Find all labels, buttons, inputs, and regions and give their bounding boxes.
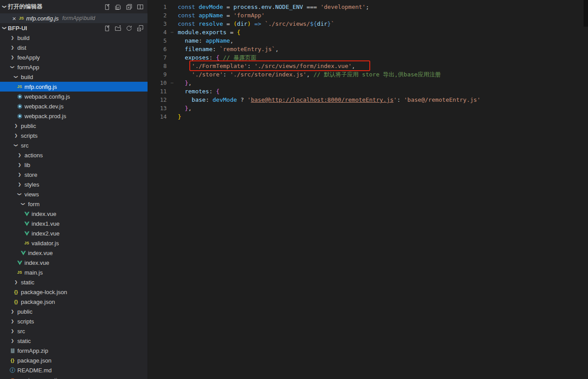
tree-item-styles[interactable]: ❯styles: [0, 180, 148, 189]
code-editor[interactable]: 1const devMode = process.env.NODE_ENV ==…: [148, 0, 588, 379]
chevron-right-icon[interactable]: ❯: [11, 319, 14, 323]
tree-item-lib[interactable]: ❯lib: [0, 160, 148, 170]
tree-item-public[interactable]: ❯public: [0, 121, 148, 131]
chevron-right-icon[interactable]: ❯: [14, 133, 18, 138]
chevron-down-icon[interactable]: ❯: [14, 144, 18, 147]
tree-item-mfp-config-js[interactable]: JSmfp.config.js: [0, 82, 148, 92]
tree-item-actions[interactable]: ❯actions: [0, 150, 148, 160]
tree-item-index-vue[interactable]: index.vue: [0, 209, 148, 219]
tree-item-index-vue[interactable]: index.vue: [0, 248, 148, 258]
tree-item-version-properties[interactable]: ≡version.properties: [0, 375, 148, 379]
line-number[interactable]: 11: [148, 87, 167, 96]
tree-item-webpack-prod-js[interactable]: webpack.prod.js: [0, 111, 148, 121]
new-untitled-file-icon[interactable]: [103, 3, 111, 11]
tree-item-package-json[interactable]: {}package.json: [0, 297, 148, 307]
code-line-13[interactable]: 13 },: [148, 104, 588, 112]
line-number[interactable]: 1: [148, 3, 167, 11]
collapse-folders-icon[interactable]: [136, 24, 144, 32]
chevron-right-icon[interactable]: ❯: [11, 36, 14, 40]
code-line-9[interactable]: 9 './store': './src/store/index.js', // …: [148, 70, 588, 79]
tree-item-form[interactable]: ❯form: [0, 199, 148, 209]
refresh-explorer-icon[interactable]: [125, 24, 133, 32]
tree-item-scripts[interactable]: ❯scripts: [0, 131, 148, 140]
line-number[interactable]: 4: [148, 28, 167, 36]
open-editor-item[interactable]: × JS mfp.config.js formApp\build: [0, 13, 148, 23]
chevron-down-icon[interactable]: ❯: [17, 192, 22, 196]
tree-item-formapp[interactable]: ❯formApp: [0, 62, 148, 72]
new-file-icon[interactable]: [103, 24, 111, 32]
tree-item-src[interactable]: ❯src: [0, 326, 148, 336]
open-editors-header[interactable]: ❯ 打开的编辑器: [0, 0, 148, 13]
tree-item-webpack-config-js[interactable]: webpack.config.js: [0, 92, 148, 101]
code-line-4[interactable]: 4⋯module.exports = {: [148, 28, 588, 36]
new-folder-icon[interactable]: [114, 24, 122, 32]
code-line-14[interactable]: 14}: [148, 112, 588, 121]
tree-item-index2-vue[interactable]: index2.vue: [0, 228, 148, 238]
line-number[interactable]: 2: [148, 11, 167, 20]
tree-item-scripts[interactable]: ❯scripts: [0, 316, 148, 326]
line-number[interactable]: 13: [148, 104, 167, 112]
chevron-right-icon[interactable]: ❯: [18, 182, 21, 187]
tree-item-static[interactable]: ❯static: [0, 336, 148, 346]
tree-item-index-vue[interactable]: index.vue: [0, 258, 148, 267]
code-line-12[interactable]: 12 base: devMode ? 'base@http://localhos…: [148, 96, 588, 104]
tree-item-build[interactable]: ❯build: [0, 72, 148, 82]
chevron-right-icon[interactable]: ❯: [11, 45, 14, 50]
tree-item-dist[interactable]: ❯dist: [0, 43, 148, 52]
minimap-scrollbar[interactable]: [584, 0, 588, 27]
line-number[interactable]: 10: [148, 79, 167, 87]
tree-item-package-lock-json[interactable]: {}package-lock.json: [0, 287, 148, 297]
toggle-editor-layout-icon[interactable]: [136, 3, 144, 11]
tree-item-src[interactable]: ❯src: [0, 140, 148, 150]
tree-item-webpack-dev-js[interactable]: webpack.dev.js: [0, 101, 148, 111]
chevron-right-icon[interactable]: ❯: [14, 280, 18, 284]
chevron-right-icon[interactable]: ❯: [18, 153, 21, 157]
code-line-6[interactable]: 6 filename: `remoteEntry.js`,: [148, 45, 588, 53]
tree-item-readme-md[interactable]: iREADME.md: [0, 365, 148, 375]
code-line-3[interactable]: 3const resolve = (dir) => `./src/views/$…: [148, 20, 588, 28]
code-line-8[interactable]: 8 './FormTemplate': './src/views/form/in…: [148, 62, 588, 70]
chevron-down-icon[interactable]: ❯: [2, 26, 7, 30]
line-number[interactable]: 7: [148, 53, 167, 62]
code-line-7[interactable]: 7 exposes: { // 暴露页面: [148, 53, 588, 62]
tree-item-static[interactable]: ❯static: [0, 277, 148, 287]
code-line-1[interactable]: 1const devMode = process.env.NODE_ENV ==…: [148, 3, 588, 11]
close-all-editors-icon[interactable]: [125, 3, 133, 11]
tree-item-index1-vue[interactable]: index1.vue: [0, 219, 148, 228]
chevron-right-icon[interactable]: ❯: [14, 124, 18, 128]
tree-item-store[interactable]: ❯store: [0, 170, 148, 180]
line-number[interactable]: 9: [148, 70, 167, 79]
chevron-right-icon[interactable]: ❯: [18, 172, 21, 177]
code-line-5[interactable]: 5 name: appName,: [148, 36, 588, 45]
tree-item-build[interactable]: ❯build: [0, 33, 148, 43]
chevron-right-icon[interactable]: ❯: [11, 339, 14, 343]
tree-item-label: main.js: [24, 269, 43, 276]
tree-item-formapp-zip[interactable]: formApp.zip: [0, 346, 148, 355]
line-number[interactable]: 6: [148, 45, 167, 53]
chevron-right-icon[interactable]: ❯: [18, 163, 21, 167]
line-number[interactable]: 14: [148, 112, 167, 121]
close-icon[interactable]: ×: [11, 15, 18, 22]
tree-item-feeapply[interactable]: ❯feeApply: [0, 52, 148, 62]
line-number[interactable]: 12: [148, 96, 167, 104]
chevron-down-icon[interactable]: ❯: [14, 75, 18, 79]
line-number[interactable]: 3: [148, 20, 167, 28]
line-number[interactable]: 5: [148, 36, 167, 45]
code-line-11[interactable]: 11 remotes: {: [148, 87, 588, 96]
tree-item-views[interactable]: ❯views: [0, 189, 148, 199]
tree-item-main-js[interactable]: JSmain.js: [0, 267, 148, 277]
chevron-down-icon[interactable]: ❯: [21, 202, 25, 206]
chevron-down-icon[interactable]: ❯: [2, 5, 7, 8]
line-number[interactable]: 8: [148, 62, 167, 70]
chevron-right-icon[interactable]: ❯: [11, 329, 14, 333]
chevron-down-icon[interactable]: ❯: [10, 65, 15, 69]
tree-item-validator-js[interactable]: JSvalidator.js: [0, 238, 148, 248]
tree-item-package-json[interactable]: {}package.json: [0, 355, 148, 365]
code-line-2[interactable]: 2const appName = 'formApp': [148, 11, 588, 20]
chevron-right-icon[interactable]: ❯: [11, 55, 14, 60]
tree-item-public[interactable]: ❯public: [0, 307, 148, 316]
code-line-10[interactable]: 10⋯ },: [148, 79, 588, 87]
save-all-icon[interactable]: [114, 3, 122, 11]
chevron-right-icon[interactable]: ❯: [11, 309, 14, 314]
explorer-root-header[interactable]: ❯ BFP-UI: [0, 23, 148, 33]
